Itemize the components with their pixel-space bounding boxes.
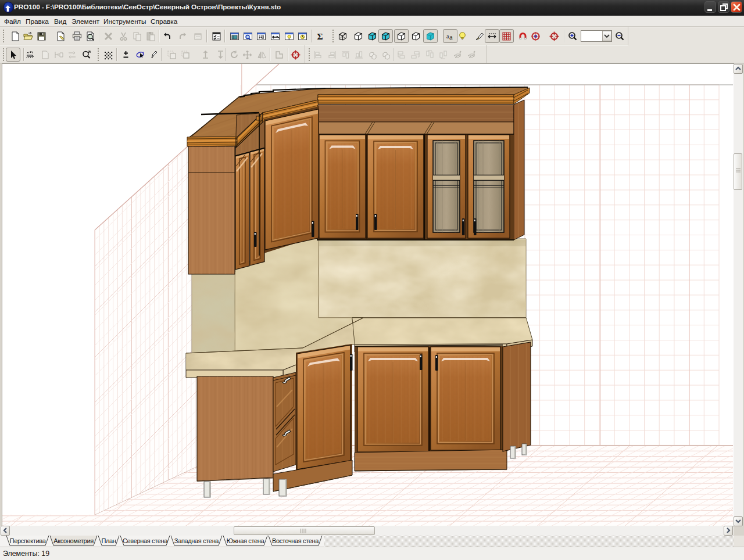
svg-text:Σ: Σ [317,31,323,41]
svg-text:a: a [449,33,453,41]
